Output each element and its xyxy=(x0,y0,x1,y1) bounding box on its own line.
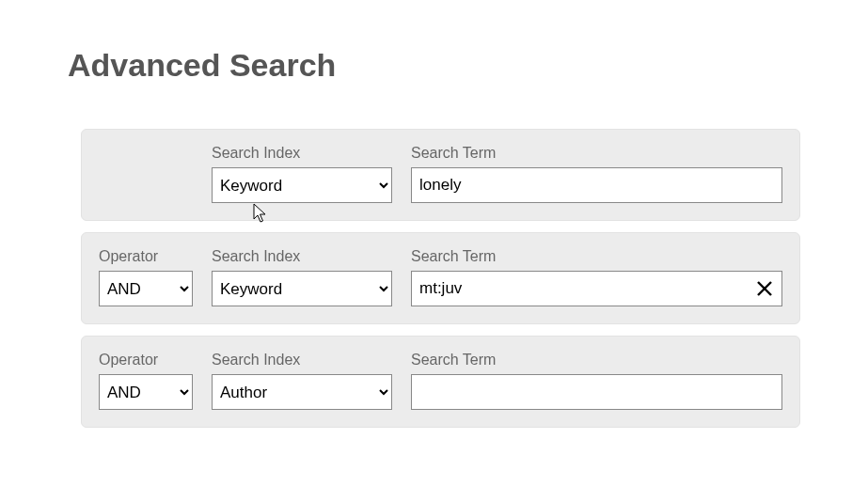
search-index-select[interactable]: Keyword xyxy=(212,167,392,203)
operator-select[interactable]: AND xyxy=(99,374,193,410)
search-index-label: Search Index xyxy=(212,248,392,265)
operator-label: Operator xyxy=(99,352,193,368)
search-row: Operator AND Search Index Keyword Search… xyxy=(81,232,800,324)
operator-select[interactable]: AND xyxy=(99,271,193,306)
search-row: Operator AND Search Index Author Search … xyxy=(81,336,800,428)
search-term-input[interactable] xyxy=(411,374,782,410)
search-index-select[interactable]: Keyword xyxy=(212,271,392,306)
search-term-input[interactable] xyxy=(411,271,782,306)
search-index-label: Search Index xyxy=(212,352,392,368)
search-term-label: Search Term xyxy=(411,248,782,265)
search-rows: Search Index Keyword Search Term Operato… xyxy=(68,129,800,428)
search-row: Search Index Keyword Search Term xyxy=(81,129,800,221)
clear-term-button[interactable] xyxy=(749,271,781,306)
search-term-label: Search Term xyxy=(411,352,782,368)
search-term-label: Search Term xyxy=(411,145,782,162)
page-title: Advanced Search xyxy=(68,47,800,84)
search-index-select[interactable]: Author xyxy=(212,374,392,410)
search-index-label: Search Index xyxy=(212,145,392,162)
close-icon xyxy=(756,280,773,297)
operator-label: Operator xyxy=(99,248,193,265)
search-term-input[interactable] xyxy=(411,167,782,203)
